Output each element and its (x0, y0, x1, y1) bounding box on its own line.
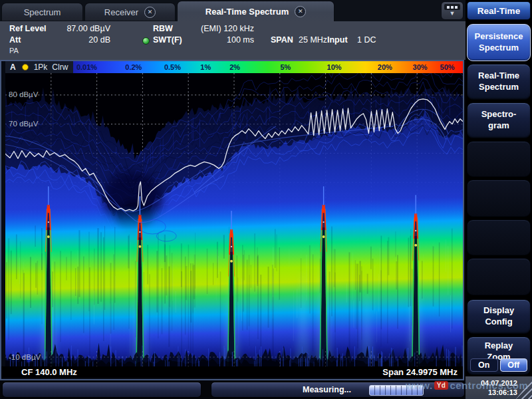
tab-label: Spectrum (24, 7, 61, 17)
softkey-empty (467, 219, 531, 255)
trace-mode-label: Clrw (52, 63, 68, 72)
progress-bar (369, 385, 424, 396)
tab-receiver[interactable]: Receiver ✕ (84, 3, 176, 21)
date-label: 04.07.2012 (466, 379, 517, 388)
trace-info: A 1Pk Clrw (5, 61, 73, 73)
tab-label: Receiver (104, 7, 138, 17)
span-label: SPAN (271, 35, 293, 45)
colorbar-gradient: 0.01% 0.2% 0.5% 1% 2% 5% 10% 20% 30% 50% (73, 61, 463, 73)
softkey-menu-title: Real-Time (467, 1, 531, 20)
trace-label: 1Pk (34, 63, 48, 72)
colorbar-tick-label: 0.5% (164, 63, 181, 71)
persistence-spectrum-canvas (5, 73, 463, 366)
close-icon[interactable]: ✕ (295, 6, 306, 17)
colorbar-tick-label: 30% (413, 63, 428, 71)
colorbar-tick-label: 0.2% (125, 63, 142, 71)
swt-value[interactable]: 100 ms (192, 35, 254, 45)
close-icon[interactable]: ✕ (144, 7, 156, 18)
window-label: A (10, 63, 16, 72)
tab-real-time-spectrum[interactable]: Real-Time Spectrum ✕ (177, 1, 334, 21)
chevron-down-icon: ▼ (450, 10, 456, 17)
att-label: Att (9, 35, 21, 45)
measurement-window: A 1Pk Clrw 0.01% 0.2% 0.5% 1% 2% 5% 10% … (0, 60, 464, 380)
replay-zoom-on-button[interactable]: On (470, 358, 498, 372)
replay-zoom-toggle: On Off (470, 358, 527, 372)
status-bar: Measuring... (0, 380, 466, 399)
softkey-replay-zoom[interactable]: Replay Zoom On Off (467, 336, 531, 375)
softkey-display-config[interactable]: Display Config (467, 299, 531, 334)
spectrum-display[interactable]: 80 dBµV 70 dBµV -10 dBµV (5, 73, 463, 366)
softkey-empty (467, 258, 531, 295)
status-segment-right: Measuring... (211, 382, 464, 397)
swt-label: SWT(F) (153, 35, 182, 45)
softkey-persistence-spectrum[interactable]: Persistence Spectrum (467, 24, 531, 61)
softkey-panel: Real-Time Persistence Spectrum Real-Time… (466, 0, 532, 399)
ref-level-value[interactable]: 87.00 dBµV (57, 24, 110, 33)
spectrum-analyzer-app: Spectrum Receiver ✕ Real-Time Spectrum ✕… (0, 0, 532, 399)
preamp-indicator: PA (9, 47, 19, 55)
tab-spectrum[interactable]: Spectrum (1, 3, 83, 21)
input-label: Input (327, 35, 348, 45)
colorbar-tick-label: 0.01% (76, 63, 97, 71)
colorbar-tick-label: 10% (327, 63, 342, 71)
windows-grid-icon (444, 4, 460, 10)
status-segment-left (3, 382, 201, 397)
softkey-real-time-spectrum[interactable]: Real-Time Spectrum (467, 64, 531, 100)
span-value[interactable]: 25 MHz (299, 35, 327, 45)
softkey-empty (467, 141, 531, 177)
rbw-value[interactable]: (EMI) 120 kHz (192, 24, 254, 33)
softkey-empty (467, 180, 531, 217)
tab-bar: Spectrum Receiver ✕ Real-Time Spectrum ✕… (0, 0, 466, 21)
input-value[interactable]: 1 DC (357, 35, 376, 45)
ref-level-label: Ref Level (9, 24, 47, 33)
measuring-label: Measuring... (303, 385, 351, 394)
colorbar-tick-label: 20% (378, 63, 392, 71)
status-led-icon (142, 37, 150, 45)
softkey-spectrogram[interactable]: Spectro- gram (467, 102, 531, 138)
settings-bar: Ref Level 87.00 dBµV Att 20 dB RBW (EMI)… (0, 21, 466, 60)
tab-label: Real-Time Spectrum (205, 7, 289, 17)
smartgrid-menu-button[interactable]: ▼ (441, 1, 464, 20)
time-label: 13:06:13 (466, 388, 517, 398)
att-value[interactable]: 20 dB (57, 35, 110, 45)
persistence-colorbar: A 1Pk Clrw 0.01% 0.2% 0.5% 1% 2% 5% 10% … (5, 61, 463, 73)
colorbar-tick-label: 1% (200, 63, 211, 71)
colorbar-tick-label: 5% (280, 63, 291, 71)
rbw-label: RBW (153, 24, 173, 33)
trace-dot-icon (22, 64, 29, 70)
colorbar-tick-label: 2% (229, 63, 240, 71)
datetime-panel: 04.07.2012 13:06:13 (466, 376, 532, 399)
center-frequency-readout[interactable]: CF 140.0 MHz (21, 367, 77, 377)
colorbar-tick-label: 50% (440, 63, 455, 71)
span-readout[interactable]: Span 24.9975 MHz (382, 367, 458, 377)
replay-zoom-off-button[interactable]: Off (500, 358, 528, 372)
frequency-readout-bar: CF 140.0 MHz Span 24.9975 MHz (1, 366, 463, 378)
